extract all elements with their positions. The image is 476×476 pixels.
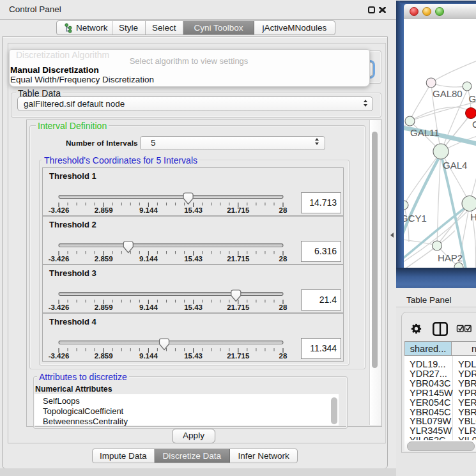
svg-text:15.43: 15.43 <box>184 206 203 214</box>
svg-text:-3.426: -3.426 <box>49 352 70 360</box>
svg-text:2.859: 2.859 <box>95 352 113 360</box>
svg-text:H: H <box>470 211 476 222</box>
svg-text:21.715: 21.715 <box>227 206 250 214</box>
svg-text:-3.426: -3.426 <box>49 255 70 263</box>
svg-text:28: 28 <box>279 255 288 263</box>
svg-text:9.144: 9.144 <box>139 255 158 263</box>
svg-text:15.43: 15.43 <box>184 352 203 360</box>
svg-text:GA: GA <box>469 93 476 104</box>
svg-text:GAL11: GAL11 <box>410 127 440 138</box>
svg-text:2.859: 2.859 <box>95 255 113 263</box>
svg-text:C: C <box>472 119 476 130</box>
svg-text:HAP2: HAP2 <box>438 252 463 263</box>
svg-text:GAL4: GAL4 <box>443 160 467 171</box>
svg-text:2.859: 2.859 <box>95 206 113 214</box>
svg-text:GAL80: GAL80 <box>433 88 463 99</box>
svg-text:15.43: 15.43 <box>184 255 203 263</box>
svg-text:GCY1: GCY1 <box>404 213 427 224</box>
svg-text:9.144: 9.144 <box>139 352 158 360</box>
svg-text:28: 28 <box>279 352 288 360</box>
svg-text:15.43: 15.43 <box>184 303 203 311</box>
svg-text:-3.426: -3.426 <box>49 206 70 214</box>
svg-text:2.859: 2.859 <box>95 303 113 311</box>
svg-text:-3.426: -3.426 <box>49 303 70 311</box>
svg-text:21.715: 21.715 <box>227 303 250 311</box>
svg-text:21.715: 21.715 <box>227 352 250 360</box>
svg-text:28: 28 <box>279 303 288 311</box>
svg-text:28: 28 <box>279 206 288 214</box>
svg-text:9.144: 9.144 <box>139 303 158 311</box>
svg-text:21.715: 21.715 <box>227 255 250 263</box>
svg-text:9.144: 9.144 <box>139 206 158 214</box>
